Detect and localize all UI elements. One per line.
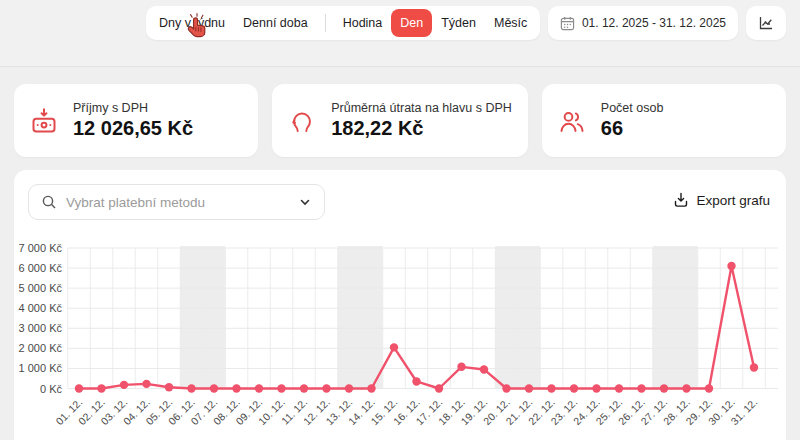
svg-text:5 000 Kč: 5 000 Kč [19,282,63,294]
stat-card-people-count: Počet osob 66 [542,84,786,157]
stat-title: Počet osob [601,101,664,115]
tab-divider [325,14,326,32]
svg-text:0 Kč: 0 Kč [40,383,63,395]
tab-dny-v-tydnu[interactable]: Dny v týdnu [150,9,234,37]
chart-panel: Vybrat platební metodu Export grafu 0 Kč… [14,170,786,440]
tab-den[interactable]: Den [391,9,432,37]
stat-card-revenue: Příjmy s DPH 12 026,65 Kč [14,84,258,157]
calendar-icon [560,16,575,31]
payment-method-select[interactable]: Vybrat platební metodu [28,184,325,220]
payment-method-placeholder: Vybrat platební metodu [66,195,289,210]
tab-hodina[interactable]: Hodina [334,9,392,37]
line-chart-icon [757,14,775,32]
people-icon [558,107,586,135]
chart-view-button[interactable] [746,6,786,40]
svg-text:2 000 Kč: 2 000 Kč [19,342,63,354]
download-icon [673,192,689,208]
svg-text:6 000 Kč: 6 000 Kč [19,262,63,274]
stat-value: 12 026,65 Kč [73,117,193,140]
stat-value: 182,22 Kč [331,117,512,140]
svg-text:3 000 Kč: 3 000 Kč [19,322,63,334]
stat-title: Průměrná útrata na hlavu s DPH [331,101,512,115]
date-range-label: 01. 12. 2025 - 31. 12. 2025 [582,16,726,30]
stat-cards: Příjmy s DPH 12 026,65 Kč Průměrná útrat… [14,84,786,157]
export-chart-button[interactable]: Export grafu [673,192,770,208]
top-bar: Dny v týdnu Denní doba Hodina Den Týden … [0,0,800,67]
svg-text:4 000 Kč: 4 000 Kč [19,302,63,314]
search-icon [41,194,57,210]
tab-mesic[interactable]: Měsíc [485,9,536,37]
stat-card-average-spend: Průměrná útrata na hlavu s DPH 182,22 Kč [272,84,528,157]
date-range-picker[interactable]: 01. 12. 2025 - 31. 12. 2025 [548,6,738,40]
stat-title: Příjmy s DPH [73,101,193,115]
export-chart-label: Export grafu [696,193,770,208]
tab-tyden[interactable]: Týden [432,9,485,37]
chevron-down-icon [298,195,312,209]
head-icon [288,107,316,135]
view-tabs: Dny v týdnu Denní doba Hodina Den Týden … [146,6,540,40]
tab-denni-doba[interactable]: Denní doba [234,9,317,37]
svg-text:7 000 Kč: 7 000 Kč [19,242,63,254]
cash-income-icon [30,107,58,135]
stat-value: 66 [601,117,664,140]
svg-text:1 000 Kč: 1 000 Kč [19,362,63,374]
revenue-line-chart[interactable]: 0 Kč1 000 Kč2 000 Kč3 000 Kč4 000 Kč5 00… [14,236,786,440]
filter-row: Vybrat platební metodu Export grafu [14,170,786,220]
